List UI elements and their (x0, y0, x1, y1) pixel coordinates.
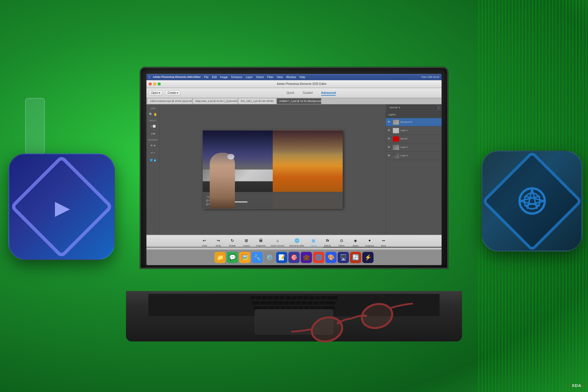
menubar-window[interactable]: Window (286, 76, 296, 79)
btn-filters[interactable]: ⊙ Filters (335, 236, 348, 248)
crosshair-sm-icon: ⊕ (153, 144, 156, 147)
eye-visibility-1[interactable]: 👁 (388, 129, 391, 132)
hand-icon: ✋ (153, 113, 157, 116)
btn-styles[interactable]: ◈ Styles (349, 236, 362, 248)
marquee-icon: ⬜ (153, 125, 156, 128)
dock-icon-photos[interactable]: 🖼️ (239, 252, 250, 263)
btn-redo[interactable]: ↪ Redo (212, 236, 225, 248)
layer-item-1[interactable]: 👁 Layer 1 (386, 126, 442, 135)
menubar-time: Tue 1 Oct 14:12 (421, 76, 439, 78)
eye-visibility-2[interactable]: 👁 (388, 137, 391, 140)
btn-more[interactable]: ••• More (377, 236, 390, 248)
btn-organizer[interactable]: 🏛 Organizer (254, 236, 267, 248)
eye-visibility-3[interactable]: 👁 (388, 146, 391, 149)
blend-mode-dropdown[interactable]: Normal ▾ (388, 105, 437, 110)
open-button[interactable]: Open ▾ (149, 90, 163, 95)
menubar-right: Tue 1 Oct 14:12 (421, 76, 439, 78)
styles-icon: ◈ (352, 237, 359, 244)
tab-doc-1[interactable]: Adult Contents.mp4 @ 19.9% (Quck.MO... (148, 98, 192, 104)
tab-quick[interactable]: Quick (286, 90, 294, 95)
laptop-screen-bezel:  Adobe Photoshop Elements 2025 Editor F… (140, 67, 448, 269)
opacity-check: ✓ (438, 106, 440, 109)
xda-text: XDA (572, 383, 582, 388)
btn-home[interactable]: ⌂ Home Screen (269, 236, 286, 248)
dock-icon-chrome[interactable]: 🌐 (313, 252, 324, 263)
btn-graphics[interactable]: ✦ Graphics (363, 236, 376, 248)
zoom-tool[interactable]: 🔍 ✋ (148, 111, 158, 117)
layer-item-3[interactable]: 👁 Layer 2 (386, 143, 442, 151)
ps-toolbar-row: Open ▾ Create ▾ Quick Guided Advanced (146, 88, 442, 98)
dock-icon-messages[interactable]: 💬 (227, 252, 238, 263)
dock-icon-prefs[interactable]: ⚙️ (264, 252, 275, 263)
dock-icon-dayone[interactable]: 🎯 (288, 252, 300, 263)
menubar-help[interactable]: Help (300, 76, 305, 79)
layer-item-0[interactable]: 👁 Background (386, 118, 442, 126)
layer-item-2[interactable]: 👁 Red fill (386, 135, 442, 143)
app-icon-right (482, 151, 582, 251)
menubar-items: Adobe Photoshop Elements 2025 Editor Fil… (153, 76, 421, 79)
close-button[interactable] (149, 82, 152, 85)
mode-tabs: Quick Guided Advanced (183, 90, 439, 95)
rotate-icon: ↻ (229, 237, 236, 244)
eyedropper-tool[interactable]: 👁 ⊕ (148, 143, 158, 149)
menubar-filter[interactable]: Filter (267, 76, 273, 79)
btn-undo[interactable]: ↩ Undo (198, 236, 211, 248)
layer-item-4[interactable]: 👁 Layer 3 (386, 151, 442, 160)
eye-icon: 👁 (150, 144, 153, 147)
marquee-tool[interactable]: + ⬜ (148, 123, 158, 129)
eye-visibility-0[interactable]: 👁 (388, 120, 391, 123)
btn-effects[interactable]: fx Effects (321, 236, 334, 248)
effects-icon: fx (324, 237, 331, 244)
brush-tool[interactable]: ✏ + (148, 150, 158, 156)
eye-visibility-4[interactable]: 👁 (388, 154, 391, 157)
btn-rotate[interactable]: ↻ Rotate (226, 236, 239, 248)
menubar-select[interactable]: Select (256, 76, 264, 79)
video-play-icon: ▶ (55, 196, 70, 219)
menubar-edit[interactable]: Edit (212, 76, 217, 79)
xda-watermark: [ XDA ] (569, 383, 584, 388)
tab-doc-3[interactable]: Erin_1961_2.pd @ 23% (RGB) (238, 98, 276, 104)
btn-layout[interactable]: ⊞ Layout (240, 236, 253, 248)
maximize-button[interactable] (158, 82, 161, 85)
layer-thumb-4 (393, 153, 399, 158)
ps-main-area: VIEW 🔍 ✋ SELECT + ⬜ ⌀ ◈ (146, 104, 442, 235)
menubar-layer[interactable]: Layer (246, 76, 253, 79)
layer-thumb-0 (393, 119, 399, 125)
dock-icon-ps4[interactable]: ⚡ (362, 252, 374, 263)
bracket-right-icon: ] (583, 383, 584, 388)
glass-cup (25, 98, 45, 154)
create-button[interactable]: Create ▾ (165, 90, 181, 95)
layers-icon: ▦ (310, 237, 317, 244)
menubar-file[interactable]: File (204, 76, 209, 79)
btn-layers[interactable]: ▦ Layers (307, 236, 320, 248)
layer-thumb-3 (393, 144, 399, 150)
menubar-image[interactable]: Image (220, 76, 228, 79)
tab-advanced[interactable]: Advanced (321, 90, 336, 95)
ps-titlebar: Adobe Photoshop Elements 2025 Editor (146, 80, 442, 88)
filters-icon: ⊙ (338, 237, 345, 244)
tab-doc-2[interactable]: Baby Deer_2.pd @ 41.9% (_QuckAction.ps..… (193, 98, 238, 104)
elements-web-icon: 🌐 (293, 237, 300, 244)
btn-elements-web[interactable]: 🌐 Elements Web (288, 236, 306, 248)
menubar-enhance[interactable]: Enhance (231, 76, 242, 79)
dock-icon-ps2[interactable]: 🖥️ (338, 252, 349, 263)
dock-icon-ps1[interactable]: 🎨 (325, 252, 337, 263)
tab-guided[interactable]: Guided (303, 90, 312, 95)
graphics-icon: ✦ (366, 237, 373, 244)
svg-point-0 (519, 188, 545, 214)
tab-doc-4[interactable]: Untitled-7_1.psd @ 33.3% (Background, RG… (277, 98, 321, 104)
menubar-app-name: Adobe Photoshop Elements 2025 Editor (153, 76, 201, 79)
svg-point-8 (309, 314, 345, 345)
lasso-tool[interactable]: ⌀ ◈ (148, 130, 158, 137)
paint-bucket-tool[interactable]: 🪣 💧 (148, 157, 158, 163)
minimize-button[interactable] (153, 82, 156, 85)
dock-icon-ps3[interactable]: 🔄 (350, 252, 361, 263)
dock-icon-finder[interactable]: 📁 (214, 252, 226, 263)
photoshop-window: Adobe Photoshop Elements 2025 Editor Ope… (146, 80, 442, 265)
menubar-view[interactable]: View (277, 76, 283, 79)
scroll-thumb[interactable] (146, 247, 323, 248)
dock-icon-slack[interactable]: 💼 (301, 252, 312, 263)
dock-icon-appstore[interactable]: 🔧 (251, 252, 263, 263)
dock-icon-word[interactable]: 📝 (276, 252, 287, 263)
layer-thumb-1 (393, 128, 399, 133)
